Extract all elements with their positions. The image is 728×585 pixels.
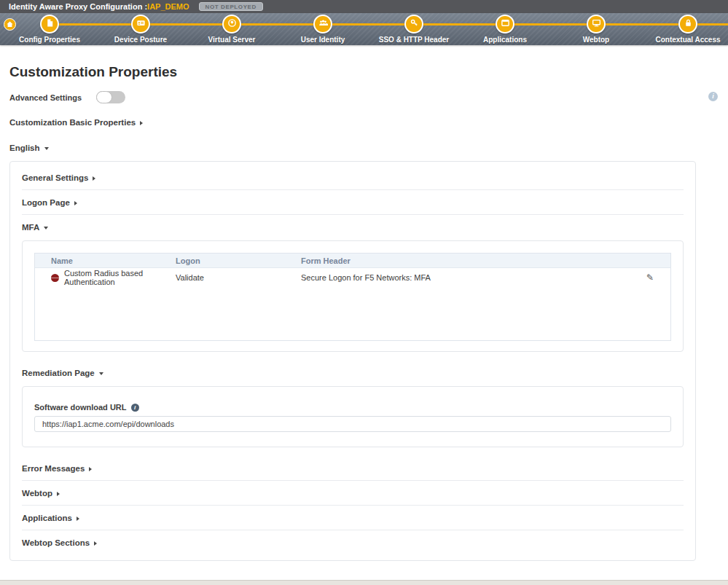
column-header-logon: Logon [176, 256, 301, 265]
chevron-right-icon [89, 467, 92, 471]
config-name: IAP_DEMO [147, 2, 189, 11]
globe-icon [227, 17, 237, 31]
software-download-url-label: Software download URL i [34, 403, 671, 412]
window-icon [501, 17, 510, 31]
remediation-panel: Software download URL i [22, 386, 684, 447]
step-user-identity[interactable]: User Identity [283, 15, 363, 44]
step-label: Virtual Server [208, 36, 256, 44]
column-header-name: Name [35, 256, 176, 265]
config-title: Identity Aware Proxy Configuration : [9, 2, 147, 11]
section-label: Remediation Page [22, 369, 95, 377]
step-sso-http-header[interactable]: SSO & HTTP Header [374, 15, 454, 44]
top-title-bar: Identity Aware Proxy Configuration :IAP_… [0, 0, 728, 13]
step-label: SSO & HTTP Header [379, 36, 450, 44]
step-label: Contextual Access [655, 36, 720, 44]
section-customization-basic-properties[interactable]: Customization Basic Properties [9, 118, 728, 127]
chevron-right-icon [77, 517, 79, 521]
step-webtop[interactable]: Webtop [556, 15, 636, 44]
section-webtop-sections[interactable]: Webtop Sections [10, 530, 695, 554]
mfa-table: Name Logon Form Header Custom Radius bas… [34, 253, 671, 341]
section-label: Customization Basic Properties [9, 118, 136, 127]
row-name: Custom Radius based Authentication [64, 269, 176, 286]
section-label: General Settings [22, 173, 88, 182]
users-icon [318, 17, 328, 31]
chevron-right-icon [93, 176, 95, 181]
chevron-down-icon [44, 227, 48, 229]
row-logon: Validate [176, 273, 301, 282]
toggle-knob [96, 91, 112, 103]
language-selected-label: English [9, 144, 40, 152]
step-label: Applications [483, 36, 527, 44]
info-icon[interactable]: i [131, 404, 139, 412]
edit-icon[interactable]: ✎ [646, 272, 654, 283]
chevron-right-icon [94, 541, 97, 546]
monitor-icon [592, 17, 601, 31]
field-label-text: Software download URL [34, 403, 127, 412]
step-label: User Identity [301, 36, 345, 44]
key-icon [410, 17, 419, 31]
advanced-settings-row: Advanced Settings [9, 91, 728, 103]
advanced-settings-label: Advanced Settings [9, 93, 82, 102]
customization-panel: General Settings Logon Page MFA Name Log… [9, 161, 696, 561]
app-window: Identity Aware Proxy Configuration :IAP_… [0, 0, 728, 585]
mfa-panel: Name Logon Form Header Custom Radius bas… [22, 240, 684, 352]
step-label: Webtop [583, 36, 609, 44]
document-icon [45, 17, 55, 31]
chevron-down-icon [44, 147, 49, 150]
step-contextual-access[interactable]: Contextual Access [648, 15, 728, 44]
section-logon-page[interactable]: Logon Page [10, 190, 695, 214]
section-label: Webtop [22, 489, 52, 498]
table-header-row: Name Logon Form Header [35, 254, 670, 268]
lock-icon [684, 17, 693, 31]
table-row: Custom Radius based Authentication Valid… [35, 268, 670, 287]
section-webtop[interactable]: Webtop [10, 481, 695, 505]
section-mfa[interactable]: MFA [10, 215, 695, 239]
section-applications[interactable]: Applications [10, 506, 695, 530]
step-label: Device Posture [114, 36, 167, 44]
software-download-url-input[interactable] [34, 416, 671, 432]
step-virtual-server[interactable]: Virtual Server [192, 15, 272, 44]
step-applications[interactable]: Applications [465, 15, 545, 44]
info-icon[interactable]: i [708, 92, 718, 101]
radius-auth-icon [51, 274, 59, 282]
section-label: Error Messages [22, 464, 85, 473]
row-form-header: Secure Logon for F5 Networks: MFA [301, 273, 630, 282]
language-dropdown[interactable]: English [9, 144, 728, 152]
chevron-right-icon [140, 121, 143, 125]
id-card-icon [136, 17, 146, 31]
step-config-properties[interactable]: Config Properties [9, 15, 90, 44]
chevron-down-icon [99, 372, 103, 375]
section-label: Logon Page [22, 198, 70, 207]
chevron-right-icon [74, 201, 77, 205]
section-label: Webtop Sections [22, 538, 90, 547]
status-badge: NOT DEPLOYED [199, 2, 263, 11]
main-content: Customization Properties i Advanced Sett… [0, 64, 728, 585]
bottom-strip [0, 580, 728, 585]
section-label: MFA [22, 223, 39, 232]
page-title: Customization Properties [9, 64, 728, 80]
wizard-stepper: Config Properties Device Posture Virtual… [0, 13, 728, 45]
column-header-form-header: Form Header [301, 256, 630, 265]
chevron-right-icon [57, 492, 60, 496]
step-label: Config Properties [19, 36, 80, 44]
section-general-settings[interactable]: General Settings [10, 165, 695, 189]
section-remediation-page[interactable]: Remediation Page [10, 361, 695, 385]
section-label: Applications [22, 514, 72, 522]
step-device-posture[interactable]: Device Posture [101, 15, 181, 44]
section-error-messages[interactable]: Error Messages [10, 456, 695, 480]
advanced-settings-toggle[interactable] [96, 91, 125, 103]
